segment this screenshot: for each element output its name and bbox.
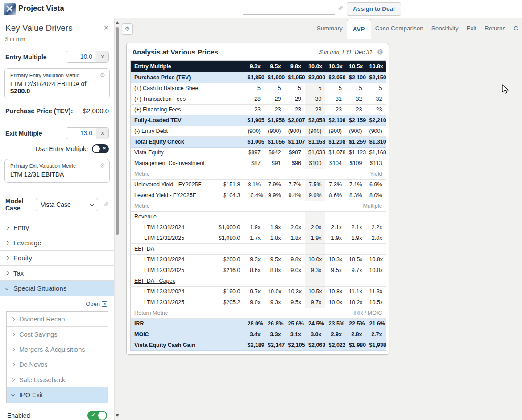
- gear-icon[interactable]: ⚙: [99, 71, 105, 78]
- section-label: EBITDA - Capex: [134, 278, 175, 284]
- row-label: Total Equity Check: [131, 136, 211, 147]
- tab-sensitivity[interactable]: Sensitivity: [427, 18, 463, 39]
- entry-multiple-input[interactable]: 10.0 x: [66, 51, 109, 63]
- section-equity[interactable]: Equity: [0, 250, 114, 265]
- cell: 10.0x: [325, 297, 346, 308]
- exit-multiple-label: Exit Multiple: [5, 130, 42, 137]
- scroll-down-arrow-icon[interactable]: [116, 414, 119, 417]
- avp-settings-gear-icon[interactable]: ⚙: [377, 48, 383, 56]
- subsection-sale-leaseback[interactable]: Sale Leaseback: [7, 372, 108, 387]
- scrollbar-thumb[interactable]: [116, 27, 119, 235]
- cell: 32: [366, 94, 386, 104]
- tab-returns[interactable]: Returns: [481, 18, 510, 39]
- cell: [244, 243, 265, 254]
- app-logo-icon: ✕: [4, 3, 16, 15]
- section-label: Tax: [13, 269, 24, 277]
- exit-metric-card[interactable]: Primary Exit Valuation Metric ⚙ LTM 12/3…: [4, 159, 110, 183]
- cell: 30: [305, 94, 325, 104]
- chevron-right-icon: [5, 226, 9, 230]
- cell: 21.6%: [366, 318, 386, 329]
- open-link-label: Open: [86, 301, 100, 307]
- section-label: Entry: [13, 224, 29, 231]
- sidebar-scrollbar[interactable]: [114, 18, 120, 420]
- table-row-ebitda: EBITDA: [131, 243, 386, 254]
- panel-settings-tab-button[interactable]: ⚙: [122, 23, 133, 35]
- tab-summary[interactable]: Summary: [313, 18, 347, 39]
- open-special-situations-link[interactable]: Open ↗: [86, 301, 107, 307]
- cell: (900): [325, 126, 346, 136]
- table-row-unlevered-yield-fy2025e: Unlevered Yield - FY2025E$151.88.1%7.9%7…: [131, 179, 386, 190]
- section-label: Leverage: [13, 239, 41, 247]
- scroll-up-arrow-icon[interactable]: [116, 21, 119, 24]
- header-col-9-8x: 9.8x: [285, 61, 305, 73]
- assign-to-deal-button[interactable]: Assign to Deal: [347, 2, 401, 16]
- row-label: Levered Yield - FY2025E: [131, 190, 211, 201]
- edit-pencil-icon[interactable]: ✎: [338, 4, 344, 12]
- exit-multiple-value[interactable]: 13.0: [66, 128, 96, 139]
- row-metric-value: $1,000.0: [211, 222, 244, 233]
- subsection-label: Cost Savings: [19, 331, 57, 338]
- row-label: Revenue: [131, 211, 211, 222]
- row-metric-value: [211, 158, 244, 169]
- subsection-de-novos[interactable]: De Novos: [7, 357, 108, 372]
- cell: [305, 211, 325, 222]
- special-situations-list: Dividend RecapCost SavingsMergers & Acqu…: [6, 311, 108, 403]
- cell: [345, 211, 366, 222]
- section-special-situations[interactable]: Special Situations: [0, 280, 114, 296]
- deal-name-input[interactable]: [243, 14, 335, 15]
- gear-icon[interactable]: ⚙: [99, 162, 105, 169]
- chevron-down-icon: [90, 202, 94, 206]
- exit-metric-title: Primary Exit Valuation Metric: [10, 163, 104, 169]
- exit-multiple-input[interactable]: 13.0 x: [66, 127, 109, 139]
- cell: (900): [264, 126, 285, 136]
- cell: $1,056: [264, 136, 285, 147]
- header-col-10-0x: 10.0x: [305, 61, 325, 73]
- section-entry[interactable]: Entry: [0, 220, 114, 235]
- chevron-right-icon: [11, 317, 15, 321]
- model-case-select[interactable]: Vista Case: [36, 198, 98, 211]
- cell: 10.5x: [305, 286, 325, 297]
- entry-metric-card[interactable]: Primary Entry Valuation Metric ⚙ LTM 12/…: [4, 68, 110, 99]
- cell: 7.7%: [285, 179, 305, 190]
- cell: 10.2x: [345, 297, 366, 308]
- ipo-enabled-toggle[interactable]: ✓: [87, 411, 107, 420]
- table-row-total-equity-check: Total Equity Check$1,005$1,056$1,107$1,1…: [131, 136, 386, 147]
- cell: $1,123: [345, 147, 366, 158]
- table-row-ltm-12-31-2024: LTM 12/31/2024$200.09.3x9.5x9.8x10.0x10.…: [131, 254, 386, 265]
- cell: $91: [264, 158, 285, 169]
- cell: 7.3%: [325, 179, 346, 190]
- subsection-ipo-exit[interactable]: IPO Exit: [7, 387, 108, 403]
- close-icon[interactable]: ×: [104, 23, 109, 32]
- cell: $1,107: [285, 136, 305, 147]
- cell: 3.4x: [244, 329, 265, 340]
- use-entry-multiple-toggle[interactable]: ✕: [92, 144, 109, 153]
- edit-case-pencil-icon[interactable]: ✎: [103, 201, 109, 209]
- tab-case-comparison[interactable]: Case Comparison: [371, 18, 427, 39]
- table-row-revenue: Revenue: [131, 211, 386, 222]
- cell: [366, 211, 386, 222]
- cell: $897: [244, 147, 265, 158]
- cell: 28: [244, 94, 265, 104]
- cell: $1,259: [345, 136, 366, 147]
- tab-avp[interactable]: AVP: [347, 19, 371, 39]
- subsection-cost-savings[interactable]: Cost Savings: [7, 327, 108, 342]
- cell: 5: [345, 83, 366, 94]
- row-label: LTM 12/31/2024: [131, 286, 211, 297]
- entry-multiple-value[interactable]: 10.0: [66, 51, 96, 62]
- table-row-purchase-price-tev: Purchase Price (TEV)$1,850$1,900$1,950$2…: [131, 72, 386, 83]
- tab-c[interactable]: C: [510, 18, 522, 39]
- cell: 5: [285, 83, 305, 94]
- cell: $1,005: [244, 136, 265, 147]
- cell: 26.8%: [264, 318, 285, 329]
- row-metric-value: [211, 318, 244, 329]
- subsection-dividend-recap[interactable]: Dividend Recap: [7, 312, 108, 327]
- tab-bar: SummaryAVPCase ComparisonSensitivityExit…: [120, 18, 522, 39]
- row-metric-value: $216.0: [211, 265, 244, 276]
- section-tax[interactable]: Tax: [0, 265, 114, 280]
- cell: [345, 243, 366, 254]
- cell: 6.9%: [366, 179, 386, 190]
- subsection-mergers-acquisitions[interactable]: Mergers & Acquisitions: [7, 342, 108, 357]
- cell: 9.0x: [244, 297, 265, 308]
- section-leverage[interactable]: Leverage: [0, 235, 114, 250]
- tab-exit[interactable]: Exit: [462, 18, 481, 39]
